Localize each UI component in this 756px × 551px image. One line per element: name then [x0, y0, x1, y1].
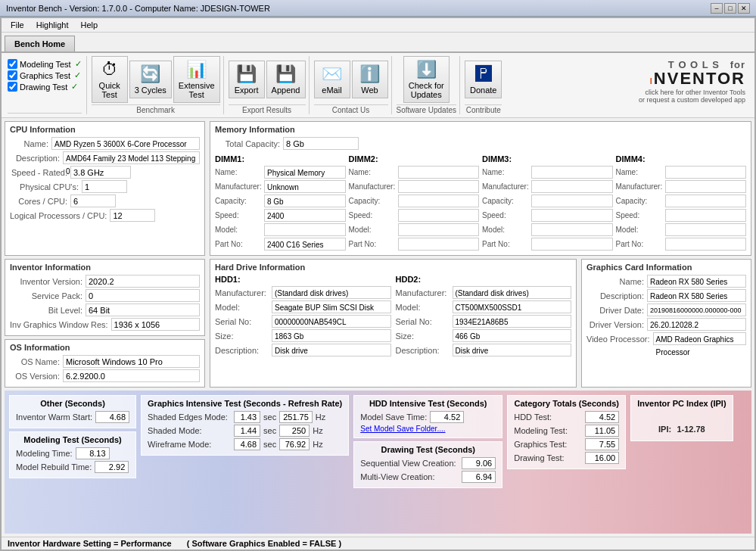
- wireframe-sec: sec: [263, 440, 276, 449]
- h1-size-lbl: Size:: [215, 332, 272, 341]
- cpu-name-value: AMD Ryzen 5 3600X 6-Core Processor: [51, 137, 200, 150]
- d3-mod-val: [531, 223, 613, 236]
- d2-mod-val: [398, 223, 480, 236]
- hdd-total-row: HDD Test: 4.52: [514, 411, 619, 423]
- dimm1-col: DIMM1: Name: Physical Memory Manufacture…: [215, 154, 346, 252]
- d3-s-val: [531, 209, 613, 222]
- gpu-desc-label: Description:: [586, 291, 647, 300]
- dimm1-mfr-row: Manufacturer: Unknown: [215, 180, 346, 193]
- d3-m-val: [531, 180, 613, 193]
- os-name-label: OS Name:: [10, 357, 63, 366]
- wireframe-hz-value: 76.92: [279, 438, 310, 450]
- extensive-label: ExtensiveTest: [179, 81, 215, 99]
- title-bar: Inventor Bench - Version: 1.7.0.0 - Comp…: [0, 0, 756, 17]
- 3cycles-button[interactable]: 🔄 3 Cycles: [129, 61, 172, 98]
- cpu-desc-value: AMD64 Family 23 Model 113 Stepping 0: [63, 151, 200, 164]
- donate-buttons: 🅿 Donate: [465, 56, 502, 103]
- menu-file[interactable]: File: [5, 20, 30, 30]
- dimm1-model-row: Model:: [215, 223, 346, 236]
- dimm2-label: DIMM2:: [349, 154, 480, 163]
- hdd2-label: HDD2:: [396, 275, 572, 284]
- inv-bit-label: Bit Level:: [10, 306, 86, 315]
- export-label: Export: [235, 86, 259, 95]
- cpu-name-label: Name:: [10, 139, 51, 148]
- cpu-cores-row: Cores / CPU: 6: [10, 195, 200, 207]
- d4-n-val: [665, 166, 747, 179]
- d4-p-val: [665, 238, 747, 251]
- check-updates-button[interactable]: ⬇️ Check forUpdates: [403, 56, 450, 103]
- h1-desc-val: Disk drive: [272, 344, 391, 356]
- append-button[interactable]: 💾 Append: [266, 61, 306, 98]
- warm-start-row: Inventor Warm Start: 4.68: [16, 411, 129, 423]
- email-icon: ✉️: [322, 64, 342, 84]
- set-folder-link[interactable]: Set Model Save Folder....: [360, 425, 445, 433]
- warm-start-label: Inventor Warm Start:: [16, 412, 92, 422]
- shaded-edges-label: Shaded Edges Mode:: [148, 412, 231, 422]
- hdd-total-label: HDD Test:: [514, 412, 582, 422]
- modeling-test-check[interactable]: Modeling Test ✓: [8, 59, 82, 69]
- inv-sp-label: Service Pack:: [10, 291, 86, 300]
- menu-bar: File Highlight Help: [2, 18, 754, 33]
- dimm3-label: DIMM3:: [482, 154, 613, 163]
- cpu-physical-value: 1: [82, 180, 127, 193]
- h1-ser-lbl: Serial No:: [215, 317, 272, 326]
- shaded-edges-row: Shaded Edges Mode: 1.43 sec 251.75 Hz: [148, 411, 342, 423]
- category-totals-title: Category Totals (Seconds): [514, 399, 619, 408]
- menu-highlight[interactable]: Highlight: [30, 20, 75, 30]
- shaded-row: Shaded Mode: 1.44 sec 250 Hz: [148, 425, 342, 437]
- contact-us-label: Contact Us: [314, 104, 388, 114]
- d3-c-val: [531, 195, 613, 207]
- inv-version-label: Inventor Version:: [10, 277, 86, 286]
- wireframe-hz-label: Hz: [313, 440, 322, 449]
- software-updates-group: ⬇️ Check forUpdates Software Updates: [394, 56, 461, 114]
- shaded-edges-hz-label: Hz: [316, 412, 325, 422]
- graphics-total-label: Graphics Test:: [514, 440, 582, 449]
- d4-mod-val: [665, 223, 747, 236]
- gpu-ddate-value: 20190816000000.000000-000: [647, 304, 746, 316]
- export-button[interactable]: 💾 Export: [229, 61, 265, 98]
- graphics-checkbox[interactable]: [8, 70, 17, 80]
- cpu-physical-label: Physical CPU's:: [10, 182, 82, 191]
- h2-size-lbl: Size:: [396, 332, 453, 341]
- benchmark-label: Benchmark: [92, 104, 220, 114]
- close-button[interactable]: ✕: [738, 3, 750, 14]
- left-results: Other (Seconds) Inventor Warm Start: 4.6…: [9, 395, 136, 478]
- logo-area[interactable]: T O O L S for INVENTOR click here for ot…: [633, 56, 751, 114]
- web-button[interactable]: ℹ️ Web: [352, 61, 388, 98]
- email-button[interactable]: ✉️ eMail: [314, 61, 350, 98]
- model-save-label: Model Save Time:: [360, 412, 427, 422]
- maximize-button[interactable]: □: [724, 3, 736, 14]
- inv-sp-value: 0: [86, 289, 200, 302]
- drawing-checkbox[interactable]: [8, 82, 17, 92]
- inv-version-value: 2020.2: [86, 275, 200, 288]
- hdd2-col: HDD2: Manufacturer:(Standard disk drives…: [396, 275, 572, 358]
- cpu-desc-row: Description: AMD64 Family 23 Model 113 S…: [10, 151, 200, 164]
- modeling-checkbox[interactable]: [8, 59, 17, 69]
- multi-view-row: Multi-View Creation: 6.94: [360, 471, 496, 483]
- dimm1-part-row: Part No: 2400 C16 Series: [215, 238, 346, 251]
- minimize-button[interactable]: –: [711, 3, 723, 14]
- dimm1-speed-row: Speed: 2400: [215, 209, 346, 222]
- middle-results: HDD Intensive Test (Seconds) Model Save …: [353, 395, 502, 488]
- tab-bench-home[interactable]: Bench Home: [5, 36, 75, 51]
- quick-test-button[interactable]: ⏱ QuickTest: [92, 56, 128, 103]
- dimm1-mfr-label: Manufacturer:: [215, 182, 264, 191]
- os-title: OS Information: [10, 343, 200, 352]
- gpu-name-value: Radeon RX 580 Series: [647, 275, 746, 288]
- donate-button[interactable]: 🅿 Donate: [465, 61, 502, 98]
- h2-mod-val: CT500MX500SSD1: [453, 300, 572, 313]
- dimm1-name-value: Physical Memory: [264, 166, 346, 179]
- memory-title: Memory Information: [215, 125, 746, 134]
- dimm4-col: DIMM4: Name: Manufacturer: Capacity: Spe…: [616, 154, 747, 252]
- extensive-test-button[interactable]: 📊 ExtensiveTest: [173, 56, 220, 103]
- graphics-test-check[interactable]: Graphics Test ✓: [8, 70, 81, 80]
- ipi-title: Inventor PC Index (IPI): [637, 399, 726, 408]
- cpu-speed-row: Speed - Rated: 3.8 GHz: [10, 166, 200, 179]
- gpu-dver-label: Driver Version:: [586, 320, 647, 329]
- graphics-total-row: Graphics Test: 7.55: [514, 438, 619, 450]
- menu-help[interactable]: Help: [75, 20, 104, 30]
- cpu-name-row: Name: AMD Ryzen 5 3600X 6-Core Processor: [10, 137, 200, 150]
- hdd-result-title: HDD Intensive Test (Seconds): [360, 399, 496, 408]
- model-save-row: Model Save Time: 4.52: [360, 411, 496, 423]
- drawing-test-check[interactable]: Drawing Test ✓: [8, 82, 78, 92]
